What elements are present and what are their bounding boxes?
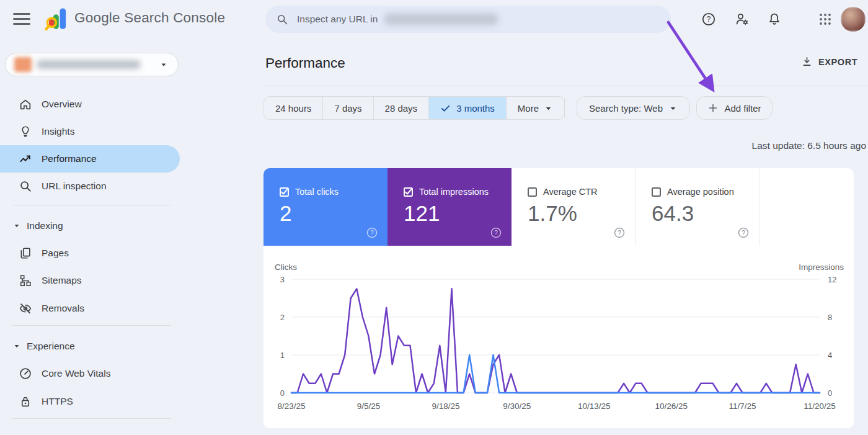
svg-text:12: 12 — [828, 275, 836, 284]
app-title: Google Search Console — [74, 10, 225, 26]
app-window: Google Search Console Inspect any URL in… — [0, 0, 868, 435]
date-filter-more[interactable]: More — [507, 97, 564, 119]
average-ctr-value: 1.7% — [528, 201, 577, 226]
chevron-down-icon — [13, 343, 20, 350]
metric-card-average-ctr[interactable]: Average CTR 1.7% ? — [512, 168, 636, 246]
topbar: Google Search Console Inspect any URL in… — [0, 0, 868, 38]
svg-text:11/7/25: 11/7/25 — [729, 401, 756, 411]
performance-panel: Total clicks 2 ? Total impressions 121 — [264, 168, 854, 428]
trending-up-icon — [19, 152, 32, 166]
svg-text:9/18/25: 9/18/25 — [432, 401, 459, 411]
metric-card-total-impressions[interactable]: Total impressions 121 ? — [388, 168, 512, 246]
search-input[interactable]: Inspect any URL in — [265, 6, 671, 33]
search-icon — [276, 13, 288, 25]
export-button[interactable]: EXPORT — [801, 56, 857, 68]
sidebar-item-overview[interactable]: Overview — [0, 91, 180, 118]
checkbox-unchecked-icon[interactable] — [528, 187, 537, 197]
redacted-property-url — [384, 13, 498, 25]
header-divider — [264, 86, 868, 86]
filter-separator — [564, 99, 565, 117]
sidebar-section-experience[interactable]: Experience — [0, 334, 180, 358]
date-filter-28-days[interactable]: 28 days — [374, 97, 430, 119]
redacted-property-name — [37, 60, 141, 69]
svg-text:?: ? — [370, 230, 374, 236]
date-range-filter-group: 24 hours 7 days 28 days 3 months More — [264, 96, 565, 120]
sitemap-icon — [19, 274, 32, 287]
eye-off-icon — [19, 302, 32, 315]
sidebar-item-performance[interactable]: Performance — [0, 145, 180, 173]
pages-icon — [19, 246, 32, 260]
property-favicon — [14, 57, 32, 72]
svg-text:?: ? — [707, 15, 711, 24]
svg-text:8/23/25: 8/23/25 — [277, 401, 305, 411]
lightbulb-icon — [19, 125, 32, 138]
checkbox-unchecked-icon[interactable] — [652, 187, 661, 197]
metric-cards-row: Total clicks 2 ? Total impressions 121 — [264, 168, 760, 246]
help-icon[interactable]: ? — [613, 226, 626, 239]
svg-text:10/13/25: 10/13/25 — [578, 401, 611, 411]
avatar[interactable] — [841, 7, 866, 32]
help-icon[interactable]: ? — [701, 12, 716, 27]
svg-text:9/30/25: 9/30/25 — [503, 401, 531, 411]
chevron-down-icon — [544, 104, 553, 113]
property-selector[interactable] — [5, 53, 179, 76]
metric-card-total-clicks[interactable]: Total clicks 2 ? — [264, 168, 388, 246]
svg-text:?: ? — [494, 230, 498, 236]
menu-icon[interactable] — [13, 13, 30, 25]
sidebar-item-core-web-vitals[interactable]: Core Web Vitals — [0, 360, 180, 387]
help-icon[interactable]: ? — [366, 226, 378, 239]
sidebar: Overview Insights Performance URL inspec… — [0, 38, 180, 435]
download-icon — [801, 56, 813, 68]
sidebar-item-sitemaps[interactable]: Sitemaps — [0, 267, 180, 294]
add-filter-button[interactable]: Add filter — [696, 96, 773, 120]
svg-text:1: 1 — [280, 351, 285, 360]
notifications-icon[interactable] — [767, 12, 782, 27]
date-filter-3-months[interactable]: 3 months — [429, 97, 507, 119]
last-update-text: Last update: 6.5 hours ago — [752, 140, 866, 151]
plus-icon — [707, 102, 719, 114]
total-clicks-value: 2 — [280, 201, 291, 226]
svg-text:?: ? — [618, 230, 621, 236]
sidebar-item-pages[interactable]: Pages — [0, 240, 180, 267]
search-placeholder: Inspect any URL in — [297, 14, 378, 25]
svg-text:9/5/25: 9/5/25 — [357, 401, 381, 411]
total-impressions-value: 121 — [404, 201, 440, 226]
help-icon[interactable]: ? — [490, 226, 502, 239]
checkbox-checked-icon[interactable] — [280, 187, 289, 197]
sidebar-section-indexing[interactable]: Indexing — [0, 214, 180, 238]
sidebar-item-insights[interactable]: Insights — [0, 118, 180, 145]
help-icon[interactable]: ? — [737, 226, 750, 239]
svg-text:4: 4 — [828, 351, 832, 360]
chevron-down-icon — [13, 222, 20, 230]
date-filter-24-hours[interactable]: 24 hours — [264, 97, 323, 119]
sidebar-item-https[interactable]: HTTPS — [0, 388, 180, 415]
checkbox-checked-icon[interactable] — [404, 187, 413, 197]
chevron-down-icon — [159, 60, 168, 69]
svg-text:11/20/25: 11/20/25 — [804, 401, 836, 411]
sidebar-divider — [12, 418, 171, 419]
lock-icon — [19, 395, 32, 408]
svg-text:2: 2 — [280, 313, 285, 322]
sidebar-item-url-inspection[interactable]: URL inspection — [0, 173, 180, 200]
apps-grid-icon[interactable] — [818, 12, 833, 27]
svg-text:0: 0 — [828, 388, 832, 398]
metric-card-average-position[interactable]: Average position 64.3 ? — [636, 168, 760, 246]
search-type-dropdown[interactable]: Search type: Web — [577, 96, 690, 120]
search-console-logo-icon — [45, 6, 71, 32]
performance-chart[interactable]: 0123048128/23/259/5/259/18/259/30/2510/1… — [264, 261, 854, 425]
home-icon — [19, 97, 32, 111]
svg-text:3: 3 — [280, 275, 285, 284]
average-position-value: 64.3 — [652, 201, 694, 226]
sidebar-item-removals[interactable]: Removals — [0, 295, 180, 322]
svg-text:10/26/25: 10/26/25 — [655, 401, 688, 411]
page-title: Performance — [265, 55, 345, 71]
svg-text:8: 8 — [828, 313, 832, 322]
magnifier-icon — [19, 179, 32, 193]
chevron-down-icon — [668, 104, 678, 113]
check-icon — [440, 103, 451, 114]
sidebar-divider — [12, 325, 171, 326]
user-settings-icon[interactable] — [735, 12, 750, 27]
gauge-icon — [19, 367, 32, 380]
svg-text:?: ? — [742, 230, 745, 236]
date-filter-7-days[interactable]: 7 days — [323, 97, 373, 119]
